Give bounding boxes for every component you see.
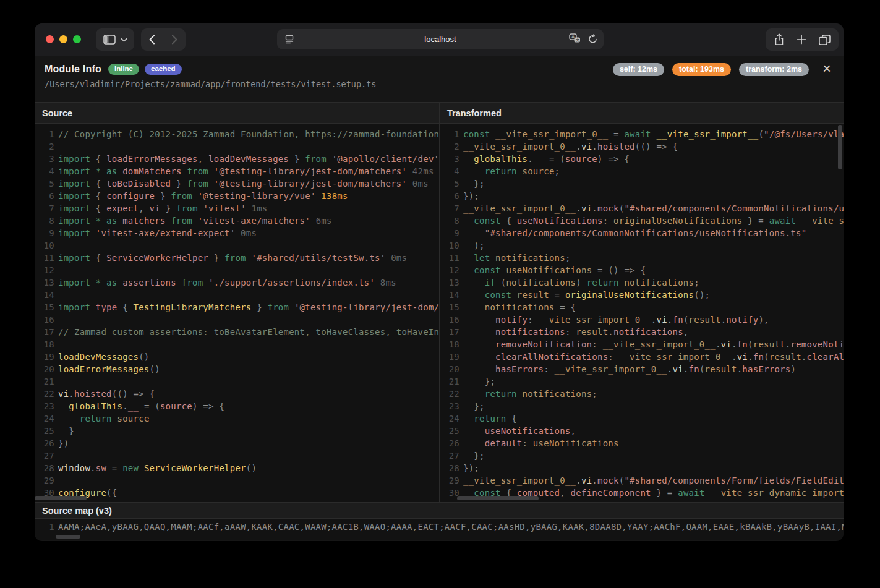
line-number: 12 (440, 264, 459, 276)
line-number: 1 (35, 128, 54, 140)
code-line: 14 (35, 289, 439, 301)
module-badges: inlinecached (108, 64, 182, 75)
code-line: 3 globalThis.__ = (source) => { (440, 153, 844, 165)
transformed-panel-title: Transformed (440, 103, 844, 124)
code-line: 2__vite_ssr_import_0__.vi.hoisted(() => … (440, 140, 844, 153)
code-line: 16 (35, 313, 439, 326)
line-number: 25 (440, 425, 459, 437)
line-number: 15 (35, 301, 54, 313)
forward-button[interactable] (163, 28, 186, 51)
chevron-left-icon (149, 35, 155, 45)
code-line: 11import { ServiceWorkerHelper } from '#… (35, 252, 439, 264)
url-text: localhost (277, 35, 604, 44)
code-line: 10 ); (440, 239, 844, 252)
line-number: 23 (35, 400, 54, 412)
sourcemap-title: Source map (v3) (35, 502, 844, 519)
new-tab-button[interactable] (797, 35, 806, 45)
line-number: 8 (440, 215, 459, 227)
line-number: 17 (440, 326, 459, 338)
code-line: 6}); (440, 190, 844, 202)
code-line: 27 (35, 450, 439, 462)
code-line: 19 clearAllNotifications: __vite_ssr_imp… (440, 351, 844, 363)
line-number: 23 (440, 400, 459, 412)
close-icon: × (822, 61, 831, 77)
line-number: 1 (440, 128, 459, 140)
timing-transform: transform: 2ms (739, 63, 809, 76)
line-number: 25 (35, 425, 54, 437)
code-line: 15 notifications = { (440, 301, 844, 313)
code-line: 23 globalThis.__ = (source) => { (35, 400, 439, 412)
badge-cached: cached (145, 64, 182, 75)
toolbar-right-buttons (766, 28, 839, 51)
transformed-hscrollbar[interactable] (457, 496, 539, 500)
code-line: 18 removeNotification: __vite_ssr_import… (440, 338, 844, 351)
source-hscrollbar[interactable] (35, 496, 87, 500)
svg-text:文: 文 (576, 38, 580, 42)
code-line: 12 const useNotifications = () => { (440, 264, 844, 276)
line-number: 3 (35, 153, 54, 165)
line-number: 28 (440, 462, 459, 474)
line-number: 13 (35, 276, 54, 289)
line-number: 10 (440, 239, 459, 252)
source-panel: Source 1// Copyright (C) 2012-2025 Zamma… (35, 103, 439, 502)
line-number: 3 (440, 153, 459, 165)
code-line: 1const __vite_ssr_import_0__ = await __v… (440, 128, 844, 140)
code-line: 9 "#shared/components/CommonNotification… (440, 227, 844, 239)
code-line: 4import * as domMatchers from '@testing-… (35, 165, 439, 177)
module-info-header: Module Info inlinecached self: 12mstotal… (35, 56, 844, 103)
line-number: 6 (440, 190, 459, 202)
line-number: 7 (35, 202, 54, 215)
timing-self: self: 12ms (613, 63, 664, 76)
code-line: 22 return notifications; (440, 388, 844, 400)
code-line: 7__vite_ssr_import_0__.vi.mock("#shared/… (440, 202, 844, 215)
code-line: 1// Copyright (C) 2012-2025 Zammad Found… (35, 128, 439, 140)
code-line: 14 const result = originalUseNotificatio… (440, 289, 844, 301)
line-number: 22 (440, 388, 459, 400)
tabs-overview-button[interactable] (819, 35, 831, 45)
share-button[interactable] (774, 33, 784, 46)
code-line: 25 } (35, 425, 439, 437)
code-line: 23 }; (440, 400, 844, 412)
sidebar-toggle-button[interactable] (96, 28, 134, 51)
line-number: 9 (440, 227, 459, 239)
browser-toolbar: localhost A 文 (35, 23, 844, 56)
chevron-right-icon (171, 35, 177, 45)
code-line: 22vi.hoisted(() => { (35, 388, 439, 400)
line-number: 24 (35, 412, 54, 425)
close-button[interactable]: × (818, 60, 835, 77)
code-line: 11 let notifications; (440, 252, 844, 264)
close-window-button[interactable] (46, 35, 54, 43)
code-line: 27 }; (440, 450, 844, 462)
page-settings-icon[interactable] (284, 34, 294, 44)
back-button[interactable] (141, 28, 163, 51)
line-number: 2 (440, 140, 459, 153)
line-number: 8 (35, 215, 54, 227)
line-number: 4 (35, 165, 54, 177)
transformed-vscrollbar[interactable] (838, 125, 842, 169)
code-line: 28}); (440, 462, 844, 474)
sourcemap-hscrollbar[interactable] (56, 535, 80, 539)
code-line: 2 (35, 140, 439, 153)
code-line: 21 (35, 375, 439, 388)
transformed-panel: Transformed 1const __vite_ssr_import_0__… (440, 103, 844, 502)
code-line: 20loadErrorMessages() (35, 363, 439, 375)
line-number: 16 (440, 313, 459, 326)
code-line: 12 (35, 264, 439, 276)
code-line: 5 }; (440, 177, 844, 190)
code-line: 26 default: useNotifications (440, 437, 844, 450)
sourcemap-mappings: AAMA;AAeA,yBAAG,QAAQ,MAAM;AACf,aAAW,KAAK… (54, 521, 844, 533)
line-number: 13 (440, 276, 459, 289)
code-line: 13 if (notifications) return notificatio… (440, 276, 844, 289)
code-panels: Source 1// Copyright (C) 2012-2025 Zamma… (35, 103, 844, 502)
timing-total: total: 193ms (672, 63, 731, 76)
code-line: 5import { toBeDisabled } from '@testing-… (35, 177, 439, 190)
line-number: 20 (35, 363, 54, 375)
zoom-window-button[interactable] (73, 35, 81, 43)
line-number: 18 (35, 338, 54, 351)
minimize-window-button[interactable] (59, 35, 67, 43)
translate-icon[interactable]: A 文 (569, 33, 581, 44)
reload-icon[interactable] (588, 34, 597, 44)
line-number: 27 (35, 450, 54, 462)
url-bar[interactable]: localhost A 文 (277, 29, 604, 49)
code-line: 6import { configure } from '@testing-lib… (35, 190, 439, 202)
